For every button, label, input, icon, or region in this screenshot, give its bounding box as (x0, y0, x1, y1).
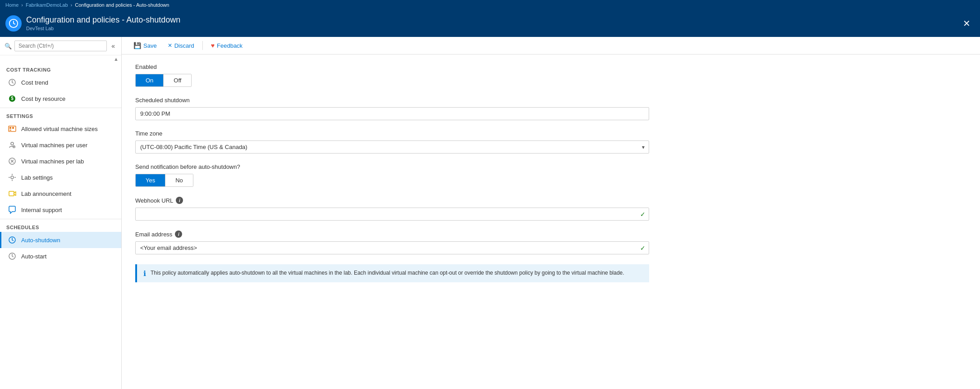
breadcrumb-home[interactable]: Home (5, 2, 18, 8)
webhook-input[interactable] (135, 208, 649, 221)
feedback-button[interactable]: ♥ Feedback (206, 40, 247, 51)
email-info-icon[interactable]: i (175, 231, 182, 238)
timezone-group: Time zone (UTC-08:00) Pacific Time (US &… (135, 130, 649, 154)
sidebar-item-vms-per-lab[interactable]: Virtual machines per lab (0, 153, 121, 169)
sidebar-search-area: 🔍 « (0, 37, 121, 55)
app-icon (5, 15, 22, 32)
page-title: Configuration and policies - Auto-shutdo… (26, 15, 180, 25)
search-input[interactable] (14, 41, 107, 51)
scroll-up-indicator: ▲ (114, 56, 119, 62)
breadcrumb-lab[interactable]: FabrikamDemoLab (26, 2, 68, 8)
allowed-vm-icon (8, 124, 17, 133)
webhook-info-icon[interactable]: i (176, 197, 183, 204)
timezone-label: Time zone (135, 130, 649, 137)
content-area: 💾 Save ✕ Discard ♥ Feedback Enabled On O… (122, 37, 980, 389)
breadcrumb: Home › FabrikamDemoLab › Configuration a… (0, 0, 980, 10)
email-check-icon: ✓ (640, 244, 646, 252)
svg-rect-6 (12, 127, 14, 129)
email-label-row: Email address i (135, 231, 649, 238)
discard-button[interactable]: ✕ Discard (163, 40, 199, 51)
svg-point-8 (11, 142, 14, 145)
email-input[interactable] (135, 241, 649, 254)
enabled-toggle: On Off (135, 74, 192, 87)
sidebar-item-cost-trend[interactable]: Cost trend (0, 74, 121, 90)
webhook-input-wrapper: ✓ (135, 208, 649, 221)
webhook-group: Webhook URL i ✓ (135, 197, 649, 221)
notification-toggle: Yes No (135, 174, 193, 187)
cost-by-resource-icon: $ (8, 94, 17, 103)
divider-2 (0, 219, 121, 219)
svg-rect-7 (9, 130, 11, 131)
feedback-icon: ♥ (211, 42, 215, 49)
webhook-check-icon: ✓ (640, 211, 646, 218)
internal-support-icon (8, 205, 17, 214)
sidebar-item-internal-support[interactable]: Internal support (0, 202, 121, 218)
timezone-select[interactable]: (UTC-08:00) Pacific Time (US & Canada) (135, 140, 649, 154)
scheduled-shutdown-label: Scheduled shutdown (135, 97, 649, 104)
vms-per-user-label: Virtual machines per user (21, 142, 87, 149)
collapse-button[interactable]: « (110, 41, 117, 50)
notification-label: Send notification before auto-shutdown? (135, 163, 649, 170)
lab-announcement-icon (8, 189, 17, 198)
save-button[interactable]: 💾 Save (129, 40, 161, 51)
info-box: ℹ This policy automatically applies auto… (135, 264, 649, 282)
on-button[interactable]: On (136, 74, 163, 86)
scheduled-shutdown-group: Scheduled shutdown (135, 97, 649, 120)
email-input-wrapper: ✓ (135, 241, 649, 254)
vms-per-user-icon: ≡ (8, 140, 17, 149)
svg-marker-16 (14, 192, 16, 195)
main-layout: 🔍 « ▲ COST TRACKING Cost trend (0, 37, 980, 389)
yes-button[interactable]: Yes (136, 174, 165, 186)
sidebar-item-auto-shutdown[interactable]: Auto-shutdown (0, 232, 121, 248)
scroll-area: ▲ (0, 55, 121, 63)
title-bar: Configuration and policies - Auto-shutdo… (0, 10, 980, 37)
enabled-label: Enabled (135, 63, 649, 70)
enabled-group: Enabled On Off (135, 63, 649, 87)
email-label: Email address (135, 231, 172, 238)
sidebar-item-auto-start[interactable]: Auto-start (0, 248, 121, 264)
save-label: Save (143, 42, 157, 49)
search-icon: 🔍 (5, 43, 12, 50)
timezone-select-wrapper: (UTC-08:00) Pacific Time (US & Canada) ▾ (135, 140, 649, 154)
svg-text:≡: ≡ (13, 145, 15, 149)
divider-1 (0, 108, 121, 108)
auto-shutdown-icon (8, 235, 17, 244)
sidebar-item-lab-settings[interactable]: Lab settings (0, 169, 121, 185)
lab-settings-label: Lab settings (21, 174, 53, 181)
svg-rect-15 (9, 191, 14, 196)
no-button[interactable]: No (165, 174, 193, 186)
allowed-vm-label: Allowed virtual machine sizes (21, 126, 98, 132)
section-cost-tracking: COST TRACKING (0, 63, 121, 74)
page-subtitle: DevTest Lab (26, 26, 54, 31)
vms-per-lab-icon (8, 157, 17, 166)
lab-settings-icon (8, 173, 17, 182)
auto-shutdown-label: Auto-shutdown (21, 237, 60, 244)
feedback-label: Feedback (217, 42, 243, 49)
info-box-icon: ℹ (143, 269, 146, 278)
internal-support-label: Internal support (21, 207, 62, 213)
discard-label: Discard (174, 42, 194, 49)
toolbar: 💾 Save ✕ Discard ♥ Feedback (122, 37, 980, 54)
form-content: Enabled On Off Scheduled shutdown Time z… (122, 54, 663, 291)
cost-by-resource-label: Cost by resource (21, 95, 65, 102)
sidebar-item-vms-per-user[interactable]: ≡ Virtual machines per user (0, 137, 121, 153)
svg-point-14 (11, 176, 14, 179)
webhook-label: Webhook URL (135, 197, 173, 204)
toolbar-separator (202, 41, 203, 50)
scheduled-shutdown-input[interactable] (135, 107, 649, 120)
breadcrumb-current: Configuration and policies - Auto-shutdo… (75, 2, 169, 8)
sidebar-item-lab-announcement[interactable]: Lab announcement (0, 185, 121, 202)
svg-text:$: $ (11, 96, 14, 101)
sidebar-item-cost-by-resource[interactable]: $ Cost by resource (0, 90, 121, 107)
save-icon: 💾 (133, 42, 141, 49)
sidebar: 🔍 « ▲ COST TRACKING Cost trend (0, 37, 122, 389)
close-button[interactable]: ✕ (960, 17, 973, 30)
off-button[interactable]: Off (163, 74, 191, 86)
svg-rect-5 (9, 127, 11, 129)
sidebar-item-allowed-vm-sizes[interactable]: Allowed virtual machine sizes (0, 121, 121, 137)
lab-announcement-label: Lab announcement (21, 190, 71, 197)
section-schedules: SCHEDULES (0, 220, 121, 232)
breadcrumb-sep2: › (71, 2, 73, 8)
title-bar-text: Configuration and policies - Auto-shutdo… (26, 15, 180, 32)
section-settings: SETTINGS (0, 109, 121, 121)
